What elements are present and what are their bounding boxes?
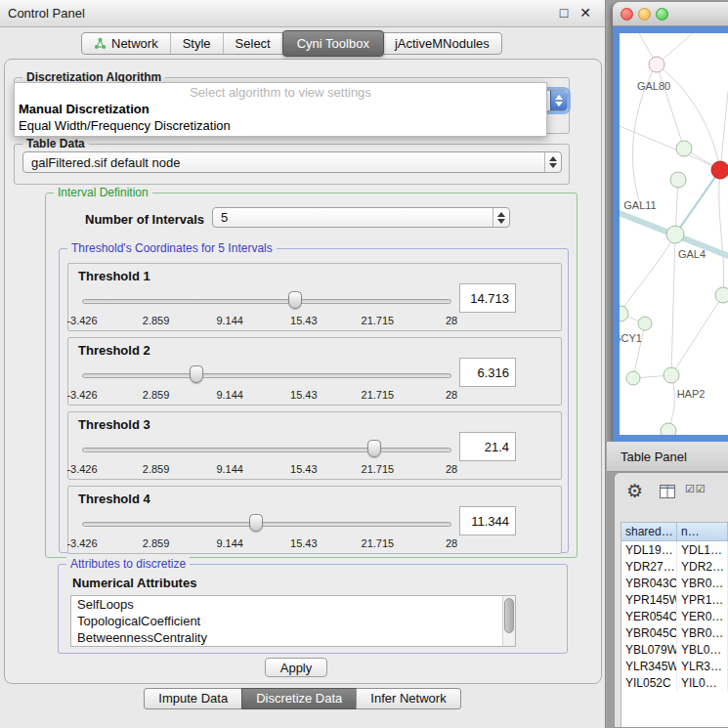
table-data-group-title: Table Data xyxy=(22,137,89,150)
threshold-4-slider[interactable]: -3.426 2.859 9.144 15.43 21.715 28 xyxy=(82,512,451,551)
slider-thumb[interactable] xyxy=(190,365,203,383)
tab-network[interactable]: Network xyxy=(82,33,171,54)
popup-option-equal-width-frequency[interactable]: Equal Width/Frequency Discretization xyxy=(15,117,546,134)
node[interactable] xyxy=(626,371,640,385)
tab-infer-network[interactable]: Infer Network xyxy=(356,688,460,709)
list-item-betweennesscentrality[interactable]: BetweennessCentrality xyxy=(71,629,515,646)
threshold-3-value[interactable]: 21.4 xyxy=(459,432,516,461)
table-cell[interactable]: YIL052C xyxy=(621,674,677,691)
threshold-2-label: Threshold 2 xyxy=(78,343,150,358)
close-traffic-light-icon[interactable] xyxy=(621,8,633,21)
gear-icon[interactable]: ⚙ xyxy=(626,481,643,502)
tab-jactivemnodules[interactable]: jActiveMNodules xyxy=(383,33,501,54)
table-row[interactable]: YER054C YER0… xyxy=(621,608,728,624)
tick-label: 28 xyxy=(446,537,457,549)
popup-option-manual-discretization[interactable]: Manual Discretization xyxy=(15,101,546,117)
slider-track[interactable] xyxy=(82,373,451,378)
threshold-2-value[interactable]: 6.316 xyxy=(459,358,516,387)
combo-stepper-icon[interactable] xyxy=(492,208,509,227)
tick-label: 9.144 xyxy=(216,389,243,401)
zoom-traffic-light-icon[interactable] xyxy=(656,8,668,21)
table-cell[interactable]: YDL1… xyxy=(677,541,728,558)
columns-icon[interactable] xyxy=(660,485,675,498)
node[interactable] xyxy=(670,172,686,188)
slider-track[interactable] xyxy=(82,448,451,452)
slider-thumb[interactable] xyxy=(288,291,302,309)
table-cell[interactable]: YBR0… xyxy=(677,575,728,591)
float-window-icon[interactable]: □ xyxy=(556,5,572,21)
table-cell[interactable]: YDL19… xyxy=(621,541,677,558)
tab-impute-data[interactable]: Impute Data xyxy=(144,688,242,709)
control-panel-title: Control Panel xyxy=(8,6,85,21)
table-cell[interactable]: YDR2… xyxy=(677,558,728,575)
combo-stepper-icon[interactable] xyxy=(544,152,561,172)
table-row[interactable]: YBR045C YBR0… xyxy=(621,624,728,641)
node[interactable] xyxy=(715,287,728,303)
node[interactable] xyxy=(676,141,692,156)
node-hap2[interactable] xyxy=(664,367,679,383)
selected-node[interactable] xyxy=(711,161,728,179)
select-attributes-icon[interactable]: ☑☑ xyxy=(685,483,707,495)
slider-thumb[interactable] xyxy=(249,514,263,532)
combo-stepper-icon[interactable] xyxy=(550,91,567,110)
table-cell[interactable]: YLR345W xyxy=(621,658,677,674)
network-canvas[interactable]: GAL80 GAL11 GAL4 GCY1 HAP2 xyxy=(620,33,728,435)
threshold-4-label: Threshold 4 xyxy=(78,492,150,506)
table-row[interactable]: YDL19… YDL1… xyxy=(621,541,728,558)
tick-label: 15.43 xyxy=(290,537,318,549)
table-cell[interactable]: YER0… xyxy=(677,608,728,624)
tab-discretize-data[interactable]: Discretize Data xyxy=(241,688,357,709)
list-item-selfloops[interactable]: SelfLoops xyxy=(71,596,515,613)
scrollbar-thumb[interactable] xyxy=(504,598,514,633)
network-selection-frame: GAL80 GAL11 GAL4 GCY1 HAP2 xyxy=(613,26,728,442)
table-row[interactable]: YDR27… YDR2… xyxy=(621,558,728,575)
node[interactable] xyxy=(661,423,676,435)
table-cell[interactable]: YPR1… xyxy=(677,591,728,608)
number-of-intervals-select[interactable]: 5 xyxy=(212,207,510,228)
tab-network-label: Network xyxy=(111,36,158,51)
list-scrollbar[interactable] xyxy=(502,596,515,646)
table-row[interactable]: YIL052C YIL0… xyxy=(621,674,728,691)
close-window-icon[interactable]: ✕ xyxy=(578,5,593,21)
algorithm-popup-hint: Select algorithm to view settings xyxy=(15,84,546,101)
slider-track[interactable] xyxy=(82,299,451,304)
table-cell[interactable]: YDR27… xyxy=(621,558,677,575)
table-cell[interactable]: YBL079W xyxy=(621,641,677,658)
tick-label: -3.426 xyxy=(66,315,97,326)
table-cell[interactable]: YPR145W xyxy=(621,591,677,608)
node-gcy1[interactable] xyxy=(620,306,628,321)
screen: Control Panel □ ✕ Network Style Select C… xyxy=(0,0,728,728)
table-row[interactable]: YBL079W YBL0… xyxy=(621,641,728,658)
minimize-traffic-light-icon[interactable] xyxy=(638,8,651,21)
table-cell[interactable]: YBR043C xyxy=(621,575,677,591)
apply-button[interactable]: Apply xyxy=(265,658,327,677)
table-cell[interactable]: YBL0… xyxy=(677,641,728,658)
slider-thumb[interactable] xyxy=(367,440,381,457)
table-cell[interactable]: YIL0… xyxy=(677,674,728,691)
tab-style[interactable]: Style xyxy=(171,33,224,54)
list-item-topologicalcoefficient[interactable]: TopologicalCoefficient xyxy=(71,613,515,629)
table-cell[interactable]: YBR0… xyxy=(677,624,728,641)
tab-select[interactable]: Select xyxy=(224,33,283,54)
node-gal4[interactable] xyxy=(666,226,684,243)
table-row[interactable]: YBR043C YBR0… xyxy=(621,575,728,591)
threshold-2-slider[interactable]: -3.426 2.859 9.144 15.43 21.715 28 xyxy=(82,364,451,403)
thresholds-coordinates-group: Threshold's Coordinates for 5 Intervals … xyxy=(59,248,569,553)
table-cell[interactable]: YLR3… xyxy=(677,658,728,674)
column-header-shared-name[interactable]: shared… xyxy=(621,523,677,541)
table-row[interactable]: YLR345W YLR3… xyxy=(621,658,728,674)
threshold-3-slider[interactable]: -3.426 2.859 9.144 15.43 21.715 28 xyxy=(82,438,451,477)
threshold-1-value[interactable]: 14.713 xyxy=(459,283,516,313)
tick-label: -3.426 xyxy=(66,463,97,475)
table-cell[interactable]: YBR045C xyxy=(621,624,677,641)
node[interactable] xyxy=(638,317,652,330)
threshold-4-value[interactable]: 11.344 xyxy=(459,506,516,535)
table-row[interactable]: YPR145W YPR1… xyxy=(621,591,728,608)
threshold-1-slider[interactable]: -3.426 2.859 9.144 15.43 21.715 28 xyxy=(82,289,451,328)
slider-track[interactable] xyxy=(82,522,451,527)
tab-cyni-toolbox[interactable]: Cyni Toolbox xyxy=(282,30,384,57)
column-header-name[interactable]: n… xyxy=(677,523,728,541)
table-data-select[interactable]: galFiltered.sif default node xyxy=(22,151,562,173)
table-cell[interactable]: YER054C xyxy=(621,608,677,624)
node-gal80[interactable] xyxy=(649,57,664,72)
